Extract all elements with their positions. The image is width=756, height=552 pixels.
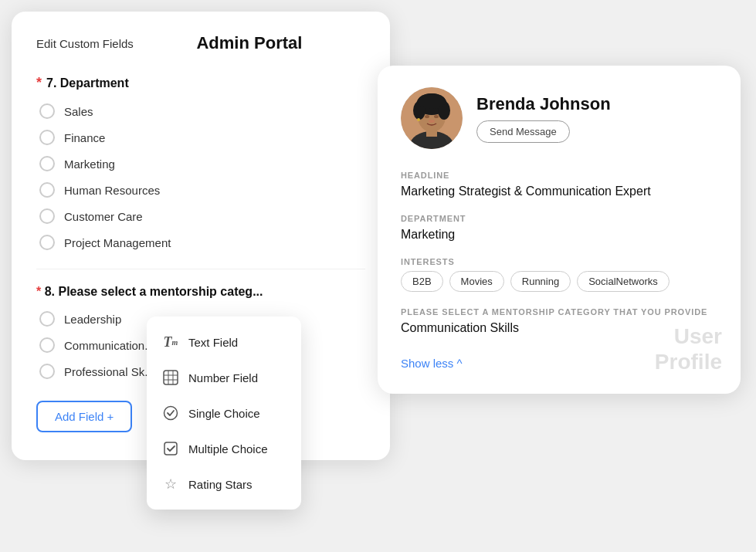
headline-value: Marketing Strategist & Communication Exp…	[401, 185, 717, 198]
svg-point-18	[429, 120, 435, 123]
radio-item-customer-care[interactable]: Customer Care	[39, 208, 365, 224]
radio-item-sales[interactable]: Sales	[39, 103, 365, 119]
dropdown-item-multiple-choice[interactable]: Multiple Choice	[147, 431, 301, 466]
headline-field: HEADLINE Marketing Strategist & Communic…	[401, 171, 717, 198]
field-type-dropdown: Tт Text Field Number Field	[147, 317, 301, 510]
add-field-button[interactable]: Add Field +	[36, 401, 132, 432]
user-profile-card: Brenda Johnson Send Message HEADLINE Mar…	[378, 66, 741, 394]
mentorship-label: PLEASE SELECT A MENTORSHIP CATEGORY THAT…	[401, 307, 717, 317]
send-message-button[interactable]: Send Message	[476, 120, 570, 143]
interest-tag-movies: Movies	[449, 271, 504, 292]
interest-tag-running: Running	[510, 271, 571, 292]
radio-circle[interactable]	[39, 364, 55, 379]
dropdown-item-text-field[interactable]: Tт Text Field	[147, 324, 301, 360]
radio-circle[interactable]	[39, 130, 55, 145]
radio-circle[interactable]	[39, 103, 55, 119]
svg-point-14	[418, 93, 446, 109]
required-star-7: *	[36, 75, 42, 91]
admin-header: Edit Custom Fields Admin Portal	[36, 33, 365, 53]
radio-item-marketing[interactable]: Marketing	[39, 156, 365, 171]
department-field: DEPARTMENT Marketing	[401, 214, 717, 242]
section-divider	[36, 269, 365, 269]
profile-header: Brenda Johnson Send Message	[401, 87, 717, 149]
edit-custom-fields-label: Edit Custom Fields	[36, 37, 134, 50]
radio-circle[interactable]	[39, 208, 55, 224]
radio-item-finance[interactable]: Finance	[39, 130, 365, 145]
profile-name-area: Brenda Johnson Send Message	[476, 94, 611, 143]
interest-tag-socialnetworks: SocialNetworks	[577, 271, 670, 292]
show-less-button[interactable]: Show less ^	[401, 357, 463, 370]
section8-label: * 8. Please select a mentorship categ...	[36, 285, 365, 299]
interests-field: INTERESTS B2B Movies Running SocialNetwo…	[401, 257, 717, 292]
interests-row: B2B Movies Running SocialNetworks	[401, 271, 717, 292]
multiple-choice-icon	[162, 440, 179, 457]
section7-label: * 7. Department	[36, 75, 365, 91]
svg-rect-0	[164, 371, 178, 384]
svg-point-17	[434, 115, 439, 118]
rating-stars-icon: ☆	[162, 476, 179, 493]
department-label: DEPARTMENT	[401, 214, 717, 223]
profile-name: Brenda Johnson	[476, 94, 611, 114]
number-field-icon	[162, 369, 179, 386]
mentorship-value: Communication Skills	[401, 321, 717, 335]
department-radio-group: Sales Finance Marketing Human Resources …	[36, 103, 365, 250]
svg-point-5	[164, 407, 178, 420]
radio-circle[interactable]	[39, 182, 55, 198]
interests-label: INTERESTS	[401, 257, 717, 266]
text-field-icon: Tт	[162, 334, 179, 351]
dropdown-item-number-field[interactable]: Number Field	[147, 360, 301, 395]
svg-point-15	[417, 118, 420, 121]
avatar	[401, 87, 463, 149]
single-choice-icon	[162, 405, 179, 422]
dropdown-item-single-choice[interactable]: Single Choice	[147, 395, 301, 431]
dropdown-item-rating-stars[interactable]: ☆ Rating Stars	[147, 466, 301, 502]
radio-item-project-management[interactable]: Project Management	[39, 235, 365, 250]
svg-rect-6	[164, 442, 177, 455]
radio-circle[interactable]	[39, 337, 55, 353]
svg-point-16	[425, 115, 429, 118]
radio-circle[interactable]	[39, 311, 55, 327]
headline-label: HEADLINE	[401, 171, 717, 180]
radio-circle[interactable]	[39, 156, 55, 171]
radio-item-human-resources[interactable]: Human Resources	[39, 182, 365, 198]
admin-portal-title: Admin Portal	[134, 33, 365, 53]
department-value: Marketing	[401, 228, 717, 242]
interest-tag-b2b: B2B	[401, 271, 443, 292]
mentorship-field: PLEASE SELECT A MENTORSHIP CATEGORY THAT…	[401, 307, 717, 335]
radio-circle[interactable]	[39, 235, 55, 250]
